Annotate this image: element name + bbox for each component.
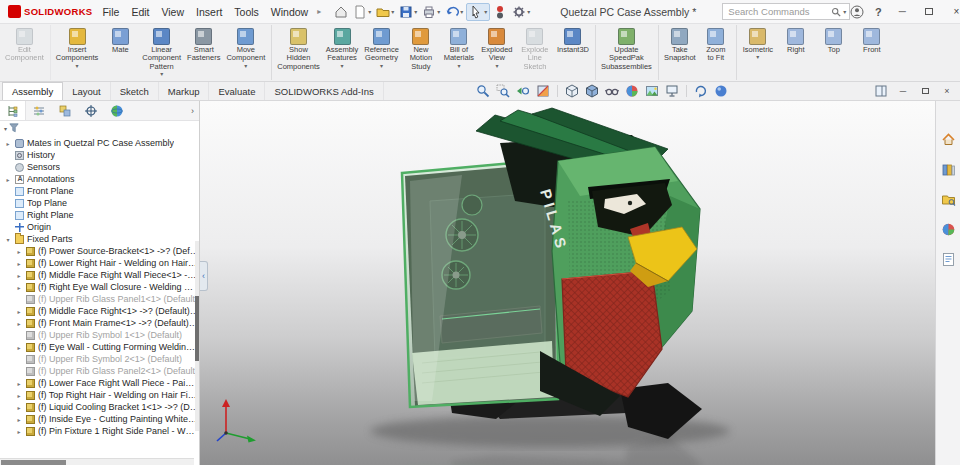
menu-item[interactable]: View [155, 3, 190, 21]
tree-item[interactable]: ▸ (f) Inside Eye - Cutting Painting Whit… [0, 413, 199, 425]
propertymanager-tab[interactable] [26, 101, 52, 120]
tree-item[interactable]: Front Plane [0, 185, 199, 197]
minimize-document-icon[interactable]: ─ [894, 84, 912, 99]
maximize-window-button[interactable] [919, 6, 939, 17]
tree-item[interactable]: (f) Upper Rib Symbol 1<1> (Default) [0, 329, 199, 341]
tree-item[interactable]: ▾ Fixed Parts [0, 233, 199, 245]
tree-item[interactable]: ▸ (f) Eye Wall - Cutting Forming Welding… [0, 341, 199, 353]
tree-item[interactable]: ▸ (f) Lower Right Hair - Welding on Hair… [0, 257, 199, 269]
ribbon-button[interactable]: Smart Fasteners ▾ [184, 25, 223, 80]
camera-view-icon[interactable] [712, 83, 730, 99]
commandmanager-tab[interactable]: Sketch [111, 82, 159, 100]
panel-expand-chevron-icon[interactable]: › [186, 101, 199, 120]
search-commands-input[interactable] [726, 5, 829, 18]
menu-item[interactable]: Window [265, 3, 314, 21]
filter-caret-icon[interactable]: ▾ [4, 125, 7, 132]
ribbon-button[interactable]: Reference Geometry ▾ [361, 25, 402, 80]
expand-arrow-icon[interactable]: ▸ [4, 176, 12, 183]
ribbon-button[interactable]: Instant3D ▾ [554, 25, 596, 80]
menu-item[interactable]: Tools [228, 3, 265, 21]
ribbon-button[interactable]: Assembly Features ▾ [323, 25, 362, 80]
dropdown-caret-icon[interactable]: ▾ [76, 63, 79, 69]
tree-item[interactable]: (f) Upper Rib Glass Panel2<1> (Default) [0, 365, 199, 377]
edit-appearance-icon[interactable] [623, 83, 641, 99]
ribbon-button[interactable]: Edit Component ▾ [2, 25, 51, 80]
graphics-area[interactable]: PILAS ‹ [200, 101, 935, 465]
appearances-scenes-icon[interactable] [940, 221, 957, 238]
tree-horizontal-scrollbar[interactable] [0, 458, 194, 465]
search-options-caret-icon[interactable]: ▾ [843, 8, 846, 15]
tree-item[interactable]: ▸ (f) Right Eye Wall Closure - Welding w… [0, 281, 199, 293]
featuremanager-tree-tab[interactable] [0, 101, 26, 120]
tree-item[interactable]: (f) Upper Rib Symbol 2<1> (Default) [0, 353, 199, 365]
commandmanager-tab[interactable]: Markup [159, 82, 210, 100]
tree-item[interactable]: ▸ (f) Front Main Frame<1> ->? (Default) … [0, 317, 199, 329]
menu-item[interactable]: Edit [125, 3, 155, 21]
ribbon-button[interactable]: Isometric ▾ [739, 25, 777, 80]
ribbon-button[interactable]: Mate ▾ [101, 25, 139, 80]
scrollbar-thumb[interactable] [1, 460, 66, 465]
tree-item[interactable]: ▸ (f) Liquid Cooling Bracket 1<1> ->? (D… [0, 401, 199, 413]
expand-arrow-icon[interactable]: ▸ [15, 380, 23, 387]
scrollbar-thumb[interactable] [195, 296, 199, 361]
tree-item[interactable]: ▸ Annotations [0, 173, 199, 185]
view-orientation-icon[interactable] [563, 83, 581, 99]
ribbon-button[interactable]: Bill of Materials ▾ [440, 25, 478, 80]
dropdown-caret-icon[interactable]: ▾ [756, 54, 759, 60]
quetzal-pc-case-model[interactable]: PILAS [200, 101, 935, 465]
tree-item[interactable]: ▸ (f) Lower Face Right Wall Piece - Pain… [0, 377, 199, 389]
expand-arrow-icon[interactable]: ▸ [15, 428, 23, 435]
expand-arrow-icon[interactable]: ▸ [15, 416, 23, 423]
expand-arrow-icon[interactable]: ▸ [15, 404, 23, 411]
expand-arrow-icon[interactable]: ▸ [4, 140, 12, 147]
tree-item[interactable]: (f) Upper Rib Glass Panel1<1> (Default) [0, 293, 199, 305]
ribbon-button[interactable]: Insert Components ▾ [53, 25, 102, 80]
dropdown-caret-icon[interactable]: ▾ [244, 63, 247, 69]
commandmanager-tab[interactable]: Assembly [2, 82, 63, 100]
dropdown-caret-icon[interactable]: ▾ [160, 71, 163, 77]
dropdown-caret-icon[interactable]: ▾ [495, 63, 498, 69]
restore-document-icon[interactable] [916, 84, 934, 99]
save-icon[interactable]: ▾ [397, 3, 419, 21]
expand-arrow-icon[interactable]: ▸ [15, 272, 23, 279]
dimxpertmanager-tab[interactable] [78, 101, 104, 120]
expand-arrow-icon[interactable]: ▸ [15, 260, 23, 267]
ribbon-button[interactable]: Update SpeedPak Subassemblies ▾ [598, 25, 659, 80]
dropdown-caret-icon[interactable]: ▾ [380, 63, 383, 69]
apply-scene-icon[interactable] [643, 83, 661, 99]
tree-item[interactable]: ▸ (f) Middle Face Right Wall Piece<1> ->… [0, 269, 199, 281]
design-library-icon[interactable] [940, 161, 957, 178]
tree-item[interactable]: ▸ Mates in Quetzal PC Case Assembly [0, 137, 199, 149]
tree-item[interactable]: Top Plane [0, 197, 199, 209]
search-commands-box[interactable]: ▾ [722, 3, 850, 20]
expand-arrow-icon[interactable]: ▸ [15, 248, 23, 255]
zoom-to-fit-icon[interactable] [474, 83, 492, 99]
taskpane-home-icon[interactable] [940, 131, 957, 148]
print-icon[interactable]: ▾ [420, 3, 442, 21]
ribbon-button[interactable]: Show Hidden Components ▾ [274, 25, 323, 80]
ribbon-button[interactable]: Exploded View ▾ [478, 25, 516, 80]
new-document-icon[interactable]: ▾ [351, 3, 373, 21]
expand-arrow-icon[interactable]: ▸ [15, 320, 23, 327]
ribbon-button[interactable]: Front ▾ [853, 25, 891, 80]
hide-show-items-icon[interactable] [603, 83, 621, 99]
user-account-icon[interactable] [850, 5, 864, 19]
ribbon-button[interactable]: Top ▾ [815, 25, 853, 80]
commandmanager-tab[interactable]: Layout [63, 82, 111, 100]
tree-item[interactable]: ▸ (f) Pin Fixture 1 Right Side Panel - W… [0, 425, 199, 437]
dropdown-caret-icon[interactable]: ▾ [457, 63, 460, 69]
tree-item[interactable]: ▸ (f) Top Right Hair - Welding on Hair F… [0, 389, 199, 401]
file-explorer-icon[interactable] [940, 191, 957, 208]
options-gear-icon[interactable]: ▾ [510, 3, 532, 21]
minimize-window-button[interactable]: ─ [892, 6, 912, 17]
display-style-icon[interactable] [583, 83, 601, 99]
home-icon[interactable] [332, 3, 350, 21]
view-settings-icon[interactable] [663, 83, 681, 99]
menu-item[interactable]: Insert [190, 3, 228, 21]
dropdown-caret-icon[interactable]: ▾ [341, 63, 344, 69]
ribbon-button[interactable]: Take Snapshot ▾ [661, 25, 699, 80]
menu-item[interactable]: File [96, 3, 125, 21]
tree-item[interactable]: Right Plane [0, 209, 199, 221]
displaymanager-tab[interactable] [104, 101, 130, 120]
custom-properties-icon[interactable] [940, 251, 957, 268]
